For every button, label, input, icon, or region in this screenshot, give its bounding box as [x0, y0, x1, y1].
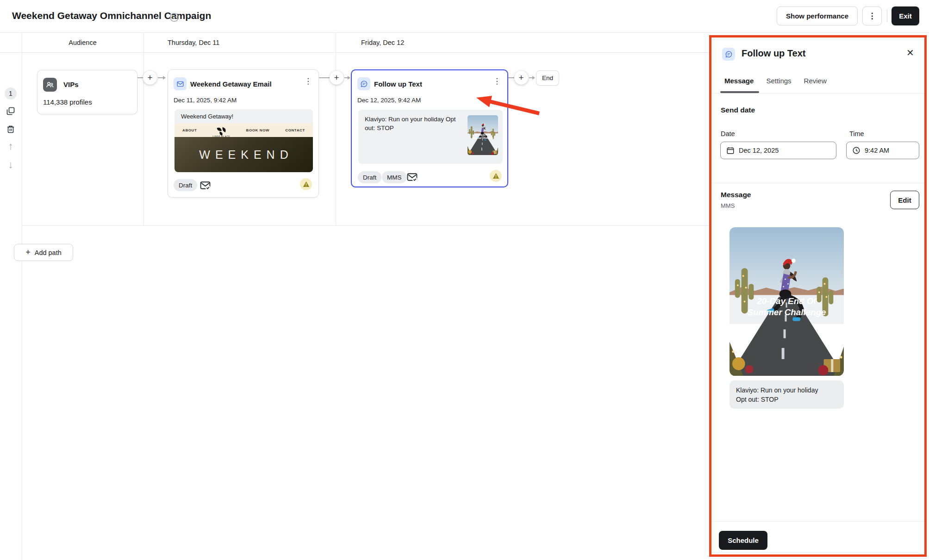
audience-profile-count: 114,338 profiles — [43, 98, 92, 106]
email-card-menu-button[interactable]: ⋮ — [304, 77, 312, 85]
column-header-audience: Audience — [22, 32, 143, 52]
message-heading: Message — [721, 191, 751, 199]
warning-icon — [303, 181, 310, 187]
email-card-datetime: Dec 11, 2025, 9:42 AM — [174, 97, 237, 104]
footer-divider — [711, 521, 924, 522]
campaign-builder-screen: Weekend Getaway Omnichannel Campaign Sho… — [0, 0, 929, 560]
time-input[interactable]: 9:42 AM — [846, 142, 919, 159]
mms-thumbnail: 20-Day End Of Summer Challenge — [468, 115, 498, 155]
plus-icon: + — [518, 73, 524, 83]
svg-text:Summer Challenge: Summer Challenge — [748, 307, 826, 317]
arrow-up-icon: ↑ — [8, 140, 13, 152]
add-step-button[interactable]: + — [514, 71, 528, 85]
active-tab-underline — [720, 91, 759, 93]
date-input[interactable]: Dec 12, 2025 — [720, 142, 836, 159]
move-up-button[interactable]: ↑ — [6, 141, 16, 151]
exit-button[interactable]: Exit — [892, 6, 919, 25]
tab-message[interactable]: Message — [724, 77, 754, 85]
email-nav-contact: CONTACT — [285, 128, 305, 132]
add-step-button[interactable]: + — [143, 71, 157, 85]
end-node: End — [536, 70, 559, 86]
audience-card[interactable]: VIPs 114,338 profiles — [37, 70, 137, 114]
header-divider — [887, 9, 887, 22]
email-navbar: ABOUT LOGO PLACE BOOK NOW CONTACT — [175, 124, 313, 137]
tabs-divider — [711, 93, 924, 93]
email-hero-image: WEEKEND — [175, 137, 313, 172]
column-header-thursday: Thursday, Dec 11 — [168, 32, 219, 52]
email-preview: Weekend Getaway! ABOUT LOGO PLACE BOOK N… — [175, 109, 313, 172]
sms-card-datetime: Dec 12, 2025, 9:42 AM — [357, 97, 421, 104]
step-count-badge: 1 — [5, 87, 17, 100]
email-icon-chip — [174, 77, 187, 90]
warning-icon — [493, 173, 499, 179]
connector-line — [319, 77, 330, 78]
time-label: Time — [849, 130, 864, 137]
audience-card-title: VIPs — [63, 81, 79, 88]
connector-line — [508, 77, 514, 78]
email-nav-book-now: BOOK NOW — [246, 128, 270, 132]
email-sent-icon — [200, 180, 211, 193]
arrow-down-icon: ↓ — [8, 159, 13, 171]
add-step-button[interactable]: + — [330, 71, 343, 85]
sms-preview: Klaviyo: Run on your holiday Opt out: ST… — [358, 110, 503, 164]
kebab-icon: ⋮ — [493, 77, 501, 86]
time-value: 9:42 AM — [865, 147, 889, 154]
chat-icon — [725, 50, 733, 58]
sms-status-badge: Draft — [358, 171, 381, 183]
close-button[interactable]: ✕ — [906, 47, 914, 58]
sms-card-title: Follow up Text — [374, 80, 422, 88]
schedule-button[interactable]: Schedule — [719, 531, 767, 550]
panel-icon-chip — [722, 48, 735, 61]
panel-title: Follow up Text — [742, 48, 806, 59]
email-icon — [176, 80, 184, 88]
bubble-line-1: Klaviyo: Run on your holiday — [736, 386, 837, 395]
logo-mark-icon — [214, 127, 228, 136]
more-options-button[interactable]: ⋮ — [862, 6, 882, 25]
svg-text:Summer Challenge: Summer Challenge — [472, 137, 493, 139]
kebab-icon: ⋮ — [304, 77, 312, 86]
audience-icon-chip — [43, 78, 57, 92]
people-icon — [45, 80, 55, 89]
grid-line — [0, 52, 709, 53]
show-performance-button[interactable]: Show performance — [777, 6, 858, 25]
plus-icon: + — [25, 248, 31, 257]
connector-arrow — [163, 76, 166, 80]
kebab-icon: ⋮ — [868, 12, 876, 20]
sms-warning-badge — [490, 170, 502, 182]
email-nav-about: ABOUT — [182, 128, 197, 132]
move-down-button[interactable]: ↓ — [6, 160, 16, 170]
add-path-label: Add path — [35, 249, 62, 256]
column-header-friday: Friday, Dec 12 — [361, 32, 404, 52]
email-subject: Weekend Getaway! — [181, 113, 233, 120]
section-divider — [711, 183, 924, 183]
saved-check-icon — [169, 12, 179, 22]
sms-icon-chip — [357, 77, 370, 90]
date-label: Date — [721, 130, 735, 137]
sms-channel-badge: MMS — [382, 171, 407, 183]
duplicate-button[interactable] — [6, 106, 16, 116]
connector-line — [529, 77, 532, 78]
sms-card[interactable]: Follow up Text ⋮ Dec 12, 2025, 9:42 AM K… — [351, 69, 508, 187]
grid-line — [336, 32, 336, 225]
tab-settings[interactable]: Settings — [766, 77, 791, 85]
tab-review[interactable]: Review — [804, 77, 827, 85]
add-path-button[interactable]: + Add path — [14, 244, 73, 261]
delete-button[interactable] — [6, 124, 16, 134]
plus-icon: + — [334, 73, 339, 83]
trash-icon — [6, 124, 15, 134]
sms-card-menu-button[interactable]: ⋮ — [493, 77, 501, 85]
plus-icon: + — [147, 73, 152, 83]
chat-icon — [360, 80, 368, 88]
message-channel-label: MMS — [721, 202, 735, 209]
sms-sent-icon — [406, 171, 418, 185]
page-title: Weekend Getaway Omnichannel Campaign — [12, 10, 211, 21]
email-card[interactable]: Weekend Getaway Email ⋮ Dec 11, 2025, 9:… — [168, 69, 319, 198]
edit-button[interactable]: Edit — [890, 191, 919, 209]
svg-text:20-Day End Of: 20-Day End Of — [756, 296, 817, 305]
grid-line — [22, 32, 22, 560]
email-status-badge: Draft — [174, 179, 197, 191]
send-date-heading: Send date — [721, 106, 755, 114]
sms-preview-text: Klaviyo: Run on your holiday Opt out: ST… — [365, 115, 465, 132]
email-logo: LOGO PLACE — [213, 127, 231, 138]
connector-line — [158, 77, 163, 78]
